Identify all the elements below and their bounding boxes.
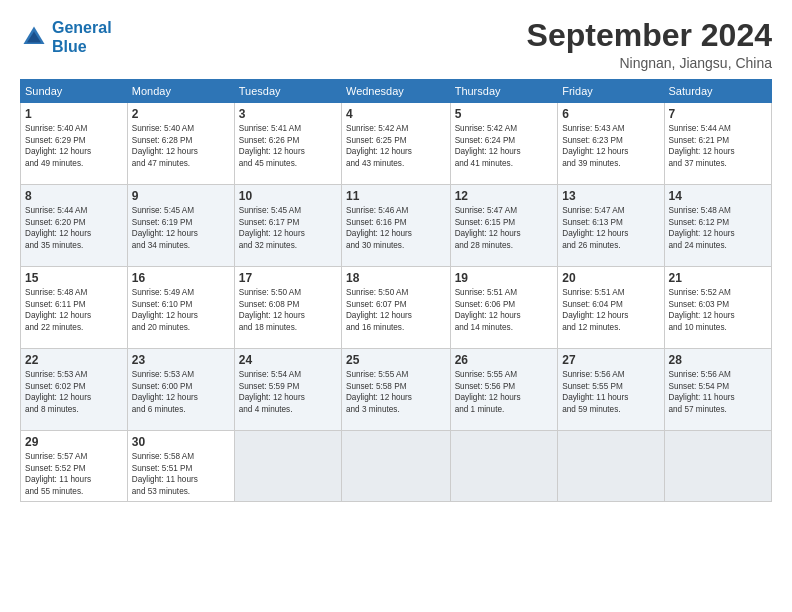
day-info: Sunrise: 5:56 AMSunset: 5:55 PMDaylight:… bbox=[562, 369, 659, 415]
day-number: 14 bbox=[669, 189, 767, 203]
day-number: 25 bbox=[346, 353, 446, 367]
col-sunday: Sunday bbox=[21, 80, 128, 103]
table-row: 9Sunrise: 5:45 AMSunset: 6:19 PMDaylight… bbox=[127, 185, 234, 267]
table-row: 7Sunrise: 5:44 AMSunset: 6:21 PMDaylight… bbox=[664, 103, 771, 185]
day-info: Sunrise: 5:56 AMSunset: 5:54 PMDaylight:… bbox=[669, 369, 767, 415]
table-row: 18Sunrise: 5:50 AMSunset: 6:07 PMDayligh… bbox=[341, 267, 450, 349]
table-row: 30Sunrise: 5:58 AMSunset: 5:51 PMDayligh… bbox=[127, 431, 234, 502]
table-row: 16Sunrise: 5:49 AMSunset: 6:10 PMDayligh… bbox=[127, 267, 234, 349]
day-info: Sunrise: 5:51 AMSunset: 6:06 PMDaylight:… bbox=[455, 287, 554, 333]
day-number: 3 bbox=[239, 107, 337, 121]
table-row: 3Sunrise: 5:41 AMSunset: 6:26 PMDaylight… bbox=[234, 103, 341, 185]
day-info: Sunrise: 5:55 AMSunset: 5:56 PMDaylight:… bbox=[455, 369, 554, 415]
day-number: 16 bbox=[132, 271, 230, 285]
logo-line1: General bbox=[52, 19, 112, 36]
day-info: Sunrise: 5:53 AMSunset: 6:00 PMDaylight:… bbox=[132, 369, 230, 415]
table-row: 19Sunrise: 5:51 AMSunset: 6:06 PMDayligh… bbox=[450, 267, 558, 349]
header: General Blue September 2024 Ningnan, Jia… bbox=[20, 18, 772, 71]
table-row: 20Sunrise: 5:51 AMSunset: 6:04 PMDayligh… bbox=[558, 267, 664, 349]
day-info: Sunrise: 5:54 AMSunset: 5:59 PMDaylight:… bbox=[239, 369, 337, 415]
col-friday: Friday bbox=[558, 80, 664, 103]
day-number: 6 bbox=[562, 107, 659, 121]
day-info: Sunrise: 5:49 AMSunset: 6:10 PMDaylight:… bbox=[132, 287, 230, 333]
table-row: 14Sunrise: 5:48 AMSunset: 6:12 PMDayligh… bbox=[664, 185, 771, 267]
day-info: Sunrise: 5:57 AMSunset: 5:52 PMDaylight:… bbox=[25, 451, 123, 497]
day-number: 28 bbox=[669, 353, 767, 367]
table-row bbox=[341, 431, 450, 502]
table-row: 24Sunrise: 5:54 AMSunset: 5:59 PMDayligh… bbox=[234, 349, 341, 431]
table-row bbox=[664, 431, 771, 502]
day-number: 7 bbox=[669, 107, 767, 121]
table-row: 23Sunrise: 5:53 AMSunset: 6:00 PMDayligh… bbox=[127, 349, 234, 431]
day-info: Sunrise: 5:41 AMSunset: 6:26 PMDaylight:… bbox=[239, 123, 337, 169]
day-info: Sunrise: 5:42 AMSunset: 6:24 PMDaylight:… bbox=[455, 123, 554, 169]
table-row: 21Sunrise: 5:52 AMSunset: 6:03 PMDayligh… bbox=[664, 267, 771, 349]
day-number: 12 bbox=[455, 189, 554, 203]
calendar-header-row: Sunday Monday Tuesday Wednesday Thursday… bbox=[21, 80, 772, 103]
table-row bbox=[234, 431, 341, 502]
day-number: 21 bbox=[669, 271, 767, 285]
day-number: 29 bbox=[25, 435, 123, 449]
logo-line2: Blue bbox=[52, 38, 87, 55]
day-number: 18 bbox=[346, 271, 446, 285]
day-info: Sunrise: 5:47 AMSunset: 6:15 PMDaylight:… bbox=[455, 205, 554, 251]
table-row bbox=[450, 431, 558, 502]
table-row: 26Sunrise: 5:55 AMSunset: 5:56 PMDayligh… bbox=[450, 349, 558, 431]
page: General Blue September 2024 Ningnan, Jia… bbox=[0, 0, 792, 612]
day-info: Sunrise: 5:47 AMSunset: 6:13 PMDaylight:… bbox=[562, 205, 659, 251]
table-row: 8Sunrise: 5:44 AMSunset: 6:20 PMDaylight… bbox=[21, 185, 128, 267]
day-info: Sunrise: 5:50 AMSunset: 6:08 PMDaylight:… bbox=[239, 287, 337, 333]
table-row: 28Sunrise: 5:56 AMSunset: 5:54 PMDayligh… bbox=[664, 349, 771, 431]
table-row: 17Sunrise: 5:50 AMSunset: 6:08 PMDayligh… bbox=[234, 267, 341, 349]
day-number: 20 bbox=[562, 271, 659, 285]
col-wednesday: Wednesday bbox=[341, 80, 450, 103]
day-number: 24 bbox=[239, 353, 337, 367]
col-tuesday: Tuesday bbox=[234, 80, 341, 103]
month-title: September 2024 bbox=[527, 18, 772, 53]
day-number: 9 bbox=[132, 189, 230, 203]
table-row: 15Sunrise: 5:48 AMSunset: 6:11 PMDayligh… bbox=[21, 267, 128, 349]
table-row: 1Sunrise: 5:40 AMSunset: 6:29 PMDaylight… bbox=[21, 103, 128, 185]
table-row: 25Sunrise: 5:55 AMSunset: 5:58 PMDayligh… bbox=[341, 349, 450, 431]
day-number: 8 bbox=[25, 189, 123, 203]
day-info: Sunrise: 5:50 AMSunset: 6:07 PMDaylight:… bbox=[346, 287, 446, 333]
table-row: 12Sunrise: 5:47 AMSunset: 6:15 PMDayligh… bbox=[450, 185, 558, 267]
day-number: 26 bbox=[455, 353, 554, 367]
day-info: Sunrise: 5:46 AMSunset: 6:16 PMDaylight:… bbox=[346, 205, 446, 251]
day-info: Sunrise: 5:52 AMSunset: 6:03 PMDaylight:… bbox=[669, 287, 767, 333]
day-info: Sunrise: 5:44 AMSunset: 6:21 PMDaylight:… bbox=[669, 123, 767, 169]
table-row: 13Sunrise: 5:47 AMSunset: 6:13 PMDayligh… bbox=[558, 185, 664, 267]
table-row: 22Sunrise: 5:53 AMSunset: 6:02 PMDayligh… bbox=[21, 349, 128, 431]
table-row: 11Sunrise: 5:46 AMSunset: 6:16 PMDayligh… bbox=[341, 185, 450, 267]
day-info: Sunrise: 5:45 AMSunset: 6:19 PMDaylight:… bbox=[132, 205, 230, 251]
day-number: 13 bbox=[562, 189, 659, 203]
day-number: 30 bbox=[132, 435, 230, 449]
col-thursday: Thursday bbox=[450, 80, 558, 103]
day-number: 19 bbox=[455, 271, 554, 285]
location: Ningnan, Jiangsu, China bbox=[527, 55, 772, 71]
day-number: 10 bbox=[239, 189, 337, 203]
day-info: Sunrise: 5:45 AMSunset: 6:17 PMDaylight:… bbox=[239, 205, 337, 251]
day-number: 23 bbox=[132, 353, 230, 367]
table-row: 29Sunrise: 5:57 AMSunset: 5:52 PMDayligh… bbox=[21, 431, 128, 502]
day-info: Sunrise: 5:40 AMSunset: 6:28 PMDaylight:… bbox=[132, 123, 230, 169]
day-number: 15 bbox=[25, 271, 123, 285]
day-info: Sunrise: 5:53 AMSunset: 6:02 PMDaylight:… bbox=[25, 369, 123, 415]
day-number: 27 bbox=[562, 353, 659, 367]
logo-text: General Blue bbox=[52, 18, 112, 56]
table-row: 2Sunrise: 5:40 AMSunset: 6:28 PMDaylight… bbox=[127, 103, 234, 185]
table-row: 10Sunrise: 5:45 AMSunset: 6:17 PMDayligh… bbox=[234, 185, 341, 267]
col-saturday: Saturday bbox=[664, 80, 771, 103]
logo: General Blue bbox=[20, 18, 112, 56]
day-info: Sunrise: 5:48 AMSunset: 6:11 PMDaylight:… bbox=[25, 287, 123, 333]
day-number: 2 bbox=[132, 107, 230, 121]
day-number: 1 bbox=[25, 107, 123, 121]
table-row: 4Sunrise: 5:42 AMSunset: 6:25 PMDaylight… bbox=[341, 103, 450, 185]
table-row bbox=[558, 431, 664, 502]
day-number: 4 bbox=[346, 107, 446, 121]
day-info: Sunrise: 5:51 AMSunset: 6:04 PMDaylight:… bbox=[562, 287, 659, 333]
day-info: Sunrise: 5:43 AMSunset: 6:23 PMDaylight:… bbox=[562, 123, 659, 169]
title-section: September 2024 Ningnan, Jiangsu, China bbox=[527, 18, 772, 71]
table-row: 5Sunrise: 5:42 AMSunset: 6:24 PMDaylight… bbox=[450, 103, 558, 185]
col-monday: Monday bbox=[127, 80, 234, 103]
